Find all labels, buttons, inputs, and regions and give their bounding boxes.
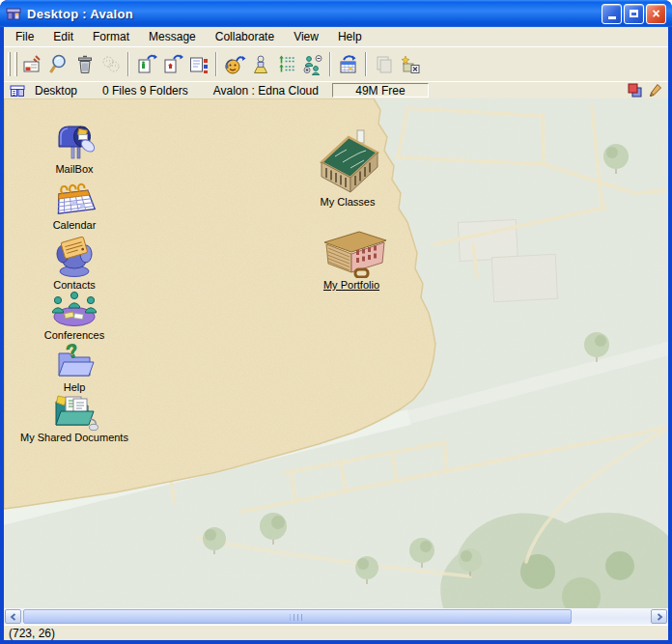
desktop-view-icon <box>10 83 25 98</box>
menu-file[interactable]: File <box>6 28 43 45</box>
chat-button[interactable] <box>98 51 124 78</box>
open-selected-button[interactable] <box>133 51 159 78</box>
desktop-icon-mailbox[interactable]: MailBox <box>31 120 118 175</box>
icon-label: Calendar <box>53 219 97 231</box>
scroll-right-button[interactable] <box>651 609 667 624</box>
close-button[interactable]: × <box>646 4 666 24</box>
cursor-position: (723, 26) <box>9 627 55 640</box>
open-home-button[interactable] <box>159 51 185 78</box>
delete-icon <box>73 53 97 76</box>
new-calendar-event-button[interactable] <box>335 51 361 78</box>
copy-button[interactable] <box>371 51 397 78</box>
desktop-icon-help[interactable]: ? Help <box>31 342 118 393</box>
toolbar-separator-3 <box>329 52 331 76</box>
open-home-icon <box>161 53 184 76</box>
item-properties-button[interactable] <box>185 51 211 78</box>
search-icon <box>47 53 70 76</box>
menu-view[interactable]: View <box>284 28 328 45</box>
remove-item-button[interactable] <box>397 51 423 78</box>
maximize-button[interactable] <box>624 4 644 24</box>
desktop-icon-my-shared-documents[interactable]: My Shared Documents <box>4 390 145 443</box>
new-calendar-event-icon <box>337 53 360 76</box>
free-space-indicator: 49M Free <box>332 83 429 98</box>
scroll-left-button[interactable] <box>5 609 21 624</box>
chevron-left-icon <box>10 613 17 621</box>
menu-edit[interactable]: Edit <box>43 28 83 45</box>
search-button[interactable] <box>45 51 71 78</box>
mailbox-icon <box>52 120 97 162</box>
open-selected-icon <box>135 53 158 76</box>
toolbar-separator-2 <box>215 52 217 76</box>
shared-documents-icon <box>49 390 99 431</box>
menu-message[interactable]: Message <box>139 28 206 45</box>
new-message-icon <box>21 53 44 76</box>
desktop-icon-my-classes[interactable]: My Classes <box>294 126 402 208</box>
horizontal-scrollbar[interactable] <box>4 608 668 625</box>
window-body: File Edit Format Message Collaborate Vie… <box>4 27 668 640</box>
menu-format[interactable]: Format <box>83 28 139 45</box>
contacts-icon <box>50 234 98 278</box>
desktop-window-icon <box>6 6 21 21</box>
item-properties-icon <box>187 53 210 76</box>
remove-item-icon <box>399 53 422 76</box>
conferences-icon <box>48 288 100 328</box>
desktop-icon-conferences[interactable]: Conferences <box>27 288 122 341</box>
desktop-icon-contacts[interactable]: Contacts <box>29 234 120 291</box>
toolbar <box>4 46 668 81</box>
minimize-button[interactable] <box>602 4 622 24</box>
status-bar: (723, 26) <box>4 625 668 640</box>
chat-icon <box>99 53 123 76</box>
application-window: Desktop : Avalon × File Edit Format Mess… <box>0 0 672 644</box>
permissions-icon <box>301 53 324 76</box>
view-label: Desktop <box>35 84 77 98</box>
title-bar[interactable]: Desktop : Avalon × <box>0 0 672 27</box>
close-icon: × <box>652 7 659 20</box>
icon-label: My Shared Documents <box>20 432 128 443</box>
info-bar: Desktop 0 Files 9 Folders Avalon : Edna … <box>4 81 668 98</box>
scrollbar-thumb[interactable] <box>23 609 572 624</box>
server-user-label: Avalon : Edna Cloud <box>213 84 319 98</box>
window-title: Desktop : Avalon <box>27 7 133 21</box>
history-icon <box>275 53 298 76</box>
instant-message-icon <box>223 53 246 76</box>
history-button[interactable] <box>273 51 299 78</box>
toolbar-separator-4 <box>365 52 367 76</box>
chevron-right-icon <box>656 613 663 621</box>
schoolhouse-icon <box>312 126 383 195</box>
desktop-content-area[interactable]: MailBox <box>4 98 668 608</box>
toolbar-grip[interactable] <box>8 52 11 76</box>
calendar-icon <box>51 180 98 218</box>
delete-button[interactable] <box>71 51 98 78</box>
toolbar-grip-2[interactable] <box>14 52 17 76</box>
icon-label: MailBox <box>55 163 93 175</box>
file-folder-counts: 0 Files 9 Folders <box>102 84 188 98</box>
new-message-button[interactable] <box>19 51 45 78</box>
presentation-button[interactable] <box>247 51 273 78</box>
layers-icon[interactable] <box>626 83 643 98</box>
instant-message-button[interactable] <box>221 51 247 78</box>
menu-help[interactable]: Help <box>328 28 372 45</box>
copy-icon <box>373 53 396 76</box>
edit-pencil-icon[interactable] <box>649 83 662 98</box>
help-icon: ? <box>53 342 96 380</box>
minimize-icon <box>608 16 616 19</box>
toolbar-separator <box>127 52 129 76</box>
icon-label: My Classes <box>321 196 376 208</box>
desktop-icon-calendar[interactable]: Calendar <box>31 180 118 231</box>
permissions-button[interactable] <box>299 51 325 78</box>
icon-label: Conferences <box>44 329 104 341</box>
menu-collaborate[interactable]: Collaborate <box>206 28 284 45</box>
presentation-icon <box>249 53 272 76</box>
desktop-icon-my-portfolio[interactable]: My Portfolio <box>297 228 406 291</box>
maximize-icon <box>630 10 638 17</box>
menu-bar: File Edit Format Message Collaborate Vie… <box>4 27 668 46</box>
icon-label: My Portfolio <box>323 279 379 291</box>
portfolio-icon <box>313 228 390 278</box>
